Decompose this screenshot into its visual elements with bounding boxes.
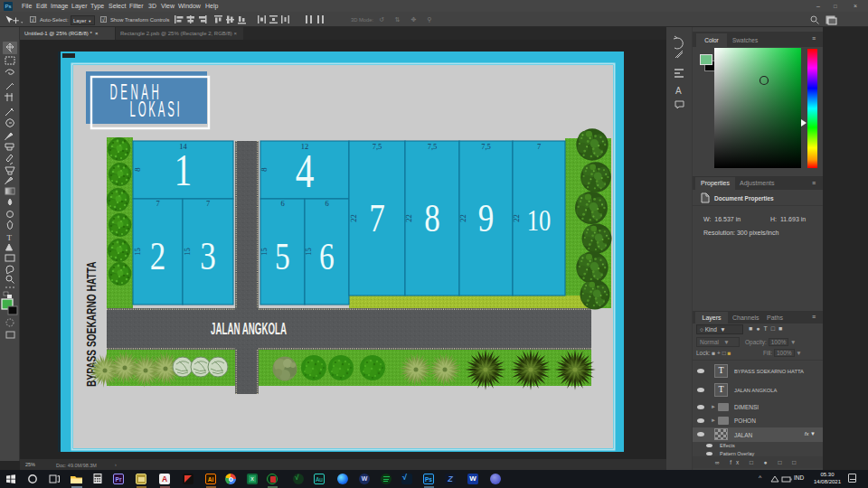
svg-text:6: 6 bbox=[319, 235, 335, 277]
svg-text:8: 8 bbox=[424, 195, 440, 240]
svg-text:8: 8 bbox=[133, 167, 142, 171]
svg-text:4: 4 bbox=[296, 145, 315, 197]
svg-text:7: 7 bbox=[206, 199, 210, 208]
svg-text:T: T bbox=[7, 233, 13, 242]
svg-text:22: 22 bbox=[349, 214, 358, 222]
svg-text:15: 15 bbox=[133, 248, 142, 256]
svg-text:22: 22 bbox=[404, 214, 413, 222]
svg-text:A: A bbox=[675, 86, 682, 96]
svg-text:7,5: 7,5 bbox=[373, 142, 382, 151]
svg-text:3: 3 bbox=[200, 233, 216, 278]
svg-text:15: 15 bbox=[259, 248, 269, 256]
svg-text:2: 2 bbox=[150, 233, 166, 278]
svg-text:7: 7 bbox=[537, 142, 541, 151]
svg-text:12: 12 bbox=[301, 142, 309, 151]
svg-text:9: 9 bbox=[478, 195, 495, 240]
svg-text:1: 1 bbox=[175, 145, 193, 195]
svg-text:14: 14 bbox=[179, 142, 187, 151]
svg-text:6: 6 bbox=[280, 199, 284, 208]
svg-text:5: 5 bbox=[275, 235, 290, 277]
svg-text:7: 7 bbox=[156, 199, 159, 208]
svg-text:10: 10 bbox=[527, 203, 552, 238]
svg-text:22: 22 bbox=[458, 214, 467, 222]
svg-text:6: 6 bbox=[325, 199, 328, 208]
svg-text:LOKASI: LOKASI bbox=[130, 99, 183, 121]
svg-text:22: 22 bbox=[512, 214, 521, 222]
svg-text:JALAN ANGKOLA: JALAN ANGKOLA bbox=[211, 320, 287, 338]
svg-text:7: 7 bbox=[369, 195, 385, 240]
svg-text:8: 8 bbox=[259, 167, 269, 171]
svg-text:15: 15 bbox=[304, 248, 313, 256]
svg-text:15: 15 bbox=[183, 248, 192, 256]
svg-text:7,5: 7,5 bbox=[428, 142, 438, 151]
svg-text:7,5: 7,5 bbox=[481, 142, 491, 151]
